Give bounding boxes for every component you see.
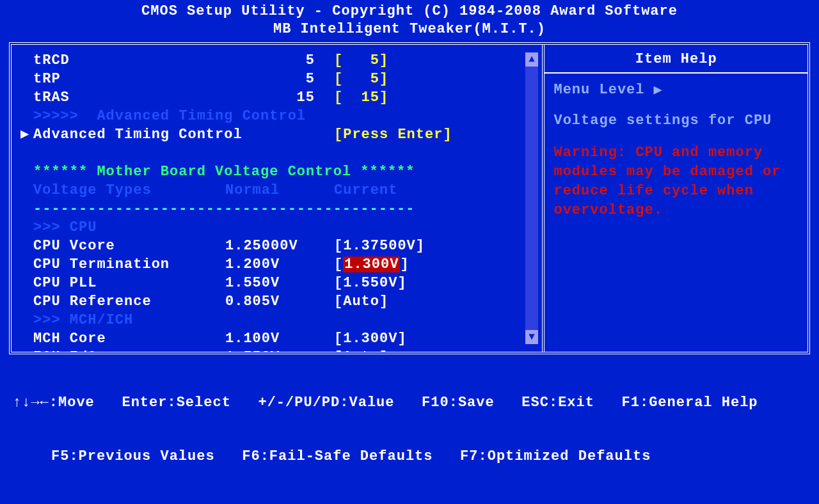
- setting-row: ****** Mother Board Voltage Control ****…: [17, 162, 537, 181]
- setting-current[interactable]: [Auto]: [334, 348, 537, 354]
- setting-normal: 1.200V: [225, 255, 334, 274]
- footer-line1: ↑↓→←:Move Enter:Select +/-/PU/PD:Value F…: [13, 394, 806, 412]
- setting-row[interactable]: CPU Vcore1.25000V[1.37500V]: [17, 237, 537, 255]
- col-header-current: Current: [334, 181, 537, 200]
- cursor-icon: [17, 329, 33, 348]
- setting-label: ICH I/O: [33, 348, 225, 354]
- section-header: >>> CPU: [33, 218, 97, 237]
- help-description: Voltage settings for CPU: [553, 111, 799, 130]
- setting-current[interactable]: [ 15]: [334, 88, 537, 107]
- cursor-icon: [17, 292, 33, 311]
- cursor-icon: [17, 88, 33, 107]
- selected-value[interactable]: 1.300V: [343, 256, 400, 272]
- cursor-icon: [17, 237, 33, 255]
- setting-label: Advanced Timing Control: [33, 125, 225, 144]
- setting-current[interactable]: [ 5]: [334, 51, 537, 70]
- bios-header: CMOS Setup Utility - Copyright (C) 1984-…: [0, 0, 819, 42]
- setting-current[interactable]: [1.37500V]: [334, 237, 537, 255]
- cursor-icon: [17, 70, 33, 88]
- help-title: Item Help: [553, 51, 799, 72]
- divider: ----------------------------------------…: [33, 200, 415, 218]
- setting-normal: [225, 125, 334, 144]
- main-frame: tRCD5[ 5]tRP5[ 5]tRAS15[ 15]>>>>> Advanc…: [9, 42, 810, 354]
- setting-row: ----------------------------------------…: [17, 200, 537, 218]
- setting-row[interactable]: tRAS15[ 15]: [17, 88, 537, 107]
- help-separator: [545, 72, 807, 74]
- chevron-right-icon: ▶: [654, 81, 663, 98]
- setting-row[interactable]: CPU Reference0.805V[Auto]: [17, 292, 537, 311]
- setting-normal: 1.550V: [225, 348, 334, 354]
- section-header: >>> MCH/ICH: [33, 311, 133, 329]
- scrollbar-thumb[interactable]: [525, 67, 538, 330]
- setting-normal: 1.25000V: [225, 237, 334, 255]
- setting-label: tRAS: [33, 88, 225, 107]
- setting-normal: 5: [225, 70, 334, 88]
- section-title: ****** Mother Board Voltage Control ****…: [33, 162, 415, 181]
- section-header: >>>>> Advanced Timing Control: [33, 107, 306, 125]
- settings-pane: tRCD5[ 5]tRP5[ 5]tRAS15[ 15]>>>>> Advanc…: [12, 45, 545, 352]
- setting-normal: 1.550V: [225, 274, 334, 292]
- setting-row[interactable]: CPU PLL1.550V[1.550V]: [17, 274, 537, 292]
- scroll-up-icon[interactable]: ▲: [529, 54, 536, 65]
- setting-current[interactable]: [Auto]: [334, 292, 537, 311]
- setting-row[interactable]: CPU Termination1.200V[1.300V]: [17, 255, 537, 274]
- setting-label: MCH Core: [33, 329, 225, 348]
- setting-label: CPU Vcore: [33, 237, 225, 255]
- setting-label: CPU PLL: [33, 274, 225, 292]
- setting-label: CPU Reference: [33, 292, 225, 311]
- setting-current[interactable]: [ 5]: [334, 70, 537, 88]
- scrollbar[interactable]: ▲ ▼: [525, 52, 538, 344]
- setting-row[interactable]: tRP5[ 5]: [17, 70, 537, 88]
- setting-current[interactable]: [1.550V]: [334, 274, 537, 292]
- menu-level-row: Menu Level ▶: [553, 81, 799, 98]
- setting-normal: 1.100V: [225, 329, 334, 348]
- scroll-down-icon[interactable]: ▼: [529, 331, 536, 343]
- setting-row[interactable]: ICH I/O1.550V[Auto]: [17, 348, 537, 354]
- setting-normal: 0.805V: [225, 292, 334, 311]
- setting-row[interactable]: ▶Advanced Timing Control[Press Enter]: [17, 125, 537, 144]
- setting-row[interactable]: tRCD5[ 5]: [17, 51, 537, 70]
- setting-current[interactable]: [1.300V]: [334, 329, 537, 348]
- setting-current[interactable]: [Press Enter]: [334, 125, 537, 144]
- col-header-label: Voltage Types: [33, 181, 225, 200]
- setting-current[interactable]: [1.300V]: [334, 255, 537, 274]
- footer-line2: F5:Previous Values F6:Fail-Safe Defaults…: [13, 448, 806, 466]
- help-pane: Item Help Menu Level ▶ Voltage settings …: [545, 45, 807, 352]
- setting-label: tRCD: [33, 51, 225, 70]
- col-header-normal: Normal: [225, 181, 334, 200]
- setting-row: >>>>> Advanced Timing Control: [17, 107, 537, 125]
- setting-row[interactable]: MCH Core1.100V[1.300V]: [17, 329, 537, 348]
- cursor-icon: ▶: [17, 125, 33, 144]
- footer-keys: ↑↓→←:Move Enter:Select +/-/PU/PD:Value F…: [0, 354, 819, 504]
- setting-label: tRP: [33, 70, 225, 88]
- setting-row: [17, 144, 537, 162]
- setting-normal: 15: [225, 88, 334, 107]
- setting-normal: 5: [225, 51, 334, 70]
- menu-level-label: Menu Level: [553, 82, 644, 98]
- setting-row: Voltage TypesNormalCurrent: [17, 181, 537, 200]
- header-line2: MB Intelligent Tweaker(M.I.T.): [0, 20, 819, 38]
- header-line1: CMOS Setup Utility - Copyright (C) 1984-…: [0, 3, 819, 20]
- cursor-icon: [17, 274, 33, 292]
- help-warning: Warning: CPU and memory modules may be d…: [553, 143, 799, 220]
- setting-label: CPU Termination: [33, 255, 225, 274]
- cursor-icon: [17, 255, 33, 274]
- cursor-icon: [17, 51, 33, 70]
- setting-row: >>> CPU: [17, 218, 537, 237]
- cursor-icon: [17, 348, 33, 354]
- setting-row: >>> MCH/ICH: [17, 311, 537, 329]
